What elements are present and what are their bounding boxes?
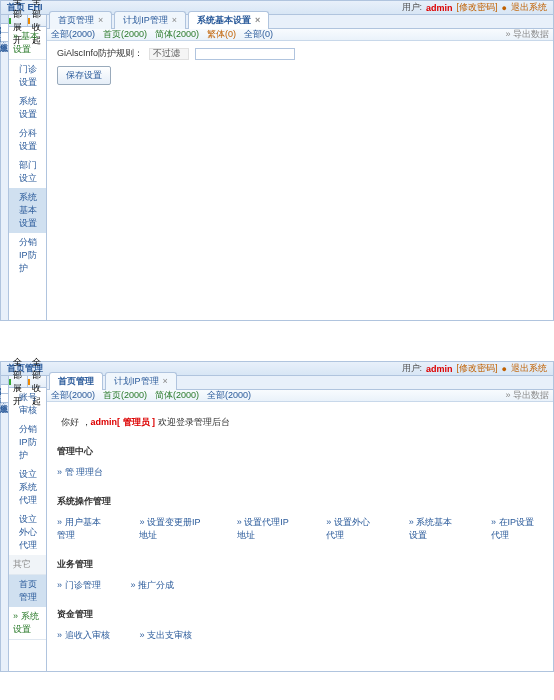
- menu-toolbar: 全部展开 全部收起: [9, 376, 46, 388]
- section-title: 系统操作管理: [57, 495, 543, 508]
- dash-link[interactable]: » 设置外心代理: [326, 516, 378, 542]
- content-tabs: 首页管理 计划IP管理×: [47, 376, 553, 390]
- side-vertical-tabs: 功能菜单 常用工具 系统信息: [1, 376, 9, 671]
- minus-icon: [28, 18, 30, 24]
- section-title: 管理中心: [57, 445, 543, 458]
- nav-menu: 全部展开 全部收起 » 基本设置 门诊设置 系统设置 分科设置 部门设立 系统基…: [9, 15, 47, 320]
- menu-item[interactable]: 分科设置: [9, 124, 46, 156]
- menu-toolbar: 全部展开 全部收起: [9, 15, 46, 27]
- section-title: 业务管理: [57, 558, 543, 571]
- current-user: admin: [426, 364, 453, 374]
- admin-panel-home: 首页管理 用户: admin [修改密码] ● 退出系统 功能菜单 常用工具 系…: [0, 361, 554, 672]
- collapse-all-button[interactable]: 全部收起: [28, 15, 46, 26]
- modify-password-link[interactable]: [修改密码]: [457, 362, 498, 375]
- vtab-tools[interactable]: 常用工具: [1, 24, 8, 33]
- side-vertical-tabs: 功能菜单 常用工具 系统信息: [1, 15, 9, 320]
- filter-toolbar: 全部(2000) 首页(2000) 简体(2000) 全部(2000) » 导出…: [47, 390, 553, 402]
- menu-item[interactable]: 设立外心代理: [9, 510, 46, 555]
- rule-input[interactable]: [195, 48, 295, 60]
- filter-home[interactable]: 首页(2000): [103, 28, 147, 41]
- save-button[interactable]: 保存设置: [57, 66, 111, 85]
- dash-link[interactable]: » 用户基本管理: [57, 516, 109, 542]
- modify-password-link[interactable]: [修改密码]: [457, 1, 498, 14]
- header-right: 用户: admin [修改密码] ● 退出系统: [402, 362, 547, 375]
- close-icon[interactable]: ×: [255, 15, 260, 25]
- menu-category[interactable]: » 系统设置: [9, 607, 46, 640]
- menu-item[interactable]: 系统设置: [9, 92, 46, 124]
- close-icon[interactable]: ×: [172, 15, 177, 25]
- link-row: » 追收入审核 » 支出支审核: [57, 625, 543, 650]
- content-tabs: 首页管理× 计划IP管理× 系统基本设置×: [47, 15, 553, 29]
- sidebar: 功能菜单 常用工具 系统信息 全部展开 全部收起 账号审核 分销IP防护 设立系…: [1, 376, 47, 671]
- tab-home[interactable]: 首页管理: [49, 372, 103, 390]
- sidebar: 功能菜单 常用工具 系统信息 全部展开 全部收起 » 基本设置 门诊设置 系统设…: [1, 15, 47, 320]
- menu-item[interactable]: 部门设立: [9, 156, 46, 188]
- dash-link[interactable]: » 追收入审核: [57, 629, 110, 642]
- header-right: 用户: admin [修改密码] ● 退出系统: [402, 1, 547, 14]
- filter-simp[interactable]: 简体(2000): [155, 389, 199, 402]
- vtab-sysinfo[interactable]: 系统信息: [1, 394, 8, 403]
- tab-ip[interactable]: 计划IP管理×: [114, 11, 186, 29]
- dash-link[interactable]: » 门诊管理: [57, 579, 101, 592]
- filter-toolbar: 全部(2000) 首页(2000) 简体(2000) 繁体(0) 全部(0) »…: [47, 29, 553, 41]
- section-title: 资金管理: [57, 608, 543, 621]
- dash-link[interactable]: » 推广分成: [131, 579, 175, 592]
- menu-item[interactable]: 分销IP防护: [9, 233, 46, 278]
- dashboard-content: 你好 ，admin[ 管理员 ] 欢迎登录管理后台 管理中心 » 管 理理台 系…: [47, 402, 553, 671]
- filter-all[interactable]: 全部(2000): [51, 28, 95, 41]
- dash-link[interactable]: » 设置代理IP地址: [237, 516, 297, 542]
- close-icon[interactable]: ×: [98, 15, 103, 25]
- collapse-all-button[interactable]: 全部收起: [28, 376, 46, 387]
- form-label: GiAlscInfo防护规则：: [57, 47, 143, 60]
- vtab-sysinfo[interactable]: 系统信息: [1, 33, 8, 42]
- current-user: admin: [426, 3, 453, 13]
- menu-item-selected[interactable]: 首页管理: [9, 575, 46, 607]
- filter-simp[interactable]: 简体(2000): [155, 28, 199, 41]
- vtab-menu[interactable]: 功能菜单: [1, 15, 8, 24]
- vtab-tools[interactable]: 常用工具: [1, 385, 8, 394]
- tab-settings[interactable]: 系统基本设置×: [188, 11, 269, 29]
- filter-all[interactable]: 全部(2000): [51, 389, 95, 402]
- minus-icon: [28, 379, 30, 385]
- dash-link[interactable]: » 管 理理台: [57, 466, 103, 479]
- user-label: 用户:: [402, 362, 423, 375]
- welcome-user: admin[ 管理员 ]: [91, 417, 156, 427]
- expand-all-button[interactable]: 全部展开: [9, 15, 28, 26]
- menu-item[interactable]: 门诊设置: [9, 60, 46, 92]
- nav-menu: 全部展开 全部收起 账号审核 分销IP防护 设立系统代理 设立外心代理 其它 首…: [9, 376, 47, 671]
- dash-link[interactable]: » 支出支审核: [140, 629, 193, 642]
- menu-item[interactable]: 分销IP防护: [9, 420, 46, 465]
- logout-link[interactable]: 退出系统: [511, 1, 547, 14]
- logout-icon: ●: [502, 3, 507, 13]
- tab-home[interactable]: 首页管理×: [49, 11, 112, 29]
- filter-all2[interactable]: 全部(0): [244, 28, 273, 41]
- link-row: » 用户基本管理 » 设置变更册IP地址 » 设置代理IP地址 » 设置外心代理…: [57, 512, 543, 550]
- settings-form: GiAlscInfo防护规则： 不过滤 保存设置: [47, 41, 553, 320]
- menu-item[interactable]: 设立系统代理: [9, 465, 46, 510]
- admin-panel-settings: 首页 EHI 用户: admin [修改密码] ● 退出系统 功能菜单 常用工具…: [0, 0, 554, 321]
- dash-link[interactable]: » 设置变更册IP地址: [139, 516, 206, 542]
- filter-trad[interactable]: 繁体(0): [207, 28, 236, 41]
- tab-ip[interactable]: 计划IP管理×: [105, 372, 177, 390]
- menu-item-selected[interactable]: 系统基本设置: [9, 188, 46, 233]
- plus-icon: [9, 18, 11, 24]
- user-label: 用户:: [402, 1, 423, 14]
- export-link[interactable]: » 导出数据: [505, 389, 549, 402]
- export-link[interactable]: » 导出数据: [505, 28, 549, 41]
- main-area: 首页管理 计划IP管理× 全部(2000) 首页(2000) 简体(2000) …: [47, 376, 553, 671]
- menu-category[interactable]: 其它: [9, 555, 46, 575]
- expand-all-button[interactable]: 全部展开: [9, 376, 28, 387]
- rule-current-value: 不过滤: [149, 48, 189, 60]
- dash-link[interactable]: » 系统基本设置: [409, 516, 461, 542]
- filter-all2[interactable]: 全部(2000): [207, 389, 251, 402]
- dash-link[interactable]: » 在IP设置代理: [491, 516, 543, 542]
- plus-icon: [9, 379, 11, 385]
- logout-icon: ●: [502, 364, 507, 374]
- close-icon[interactable]: ×: [163, 376, 168, 386]
- logout-link[interactable]: 退出系统: [511, 362, 547, 375]
- link-row: » 管 理理台: [57, 462, 543, 487]
- vtab-menu[interactable]: 功能菜单: [1, 376, 8, 385]
- welcome-message: 你好 ，admin[ 管理员 ] 欢迎登录管理后台: [57, 408, 543, 437]
- main-area: 首页管理× 计划IP管理× 系统基本设置× 全部(2000) 首页(2000) …: [47, 15, 553, 320]
- filter-home[interactable]: 首页(2000): [103, 389, 147, 402]
